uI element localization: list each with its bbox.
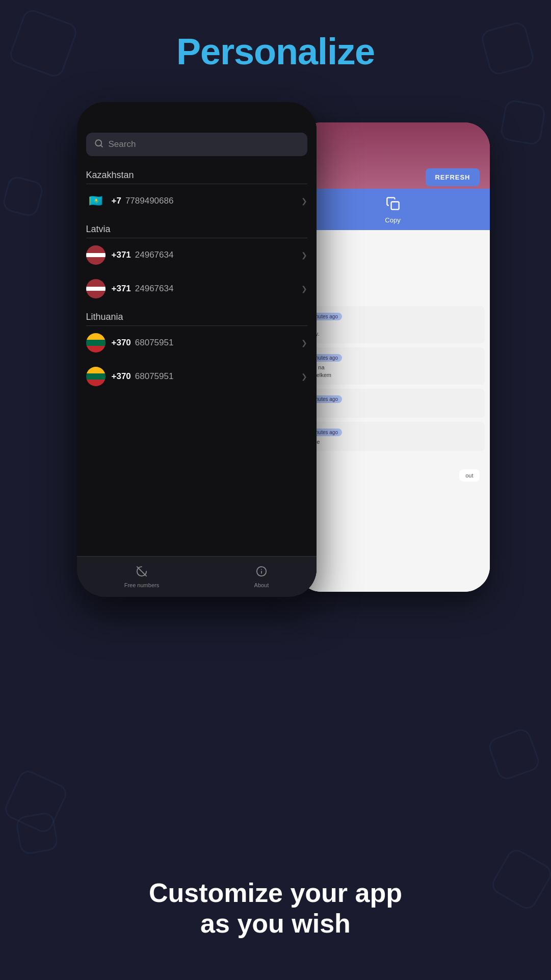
search-bar[interactable]: Search xyxy=(86,133,307,156)
message-item: minutes ago 8 xyxy=(301,389,485,418)
section-header-lithuania: Lithuania xyxy=(77,306,317,325)
chevron-right-icon: ❯ xyxy=(301,285,307,293)
subtitle-text: Customize your appas you wish xyxy=(149,878,402,938)
message-text: nique xyxy=(306,438,480,446)
refresh-button[interactable]: REFRESH xyxy=(426,168,479,186)
svg-line-2 xyxy=(100,145,102,146)
number-info: +7 7789490686 xyxy=(112,196,301,206)
nav-item-free-numbers[interactable]: Free numbers xyxy=(124,566,159,588)
number-row-lv-2[interactable]: +371 24967634 ❯ xyxy=(77,272,317,306)
number-row-lt-2[interactable]: +370 68075951 ❯ xyxy=(77,360,317,393)
message-list: minutes ago urreply. minutes ago traci n… xyxy=(301,306,485,451)
message-text: urreply. xyxy=(306,322,480,338)
section-header-latvia: Latvia xyxy=(77,218,317,238)
section-header-kazakhstan: Kazakhstan xyxy=(77,164,317,184)
phone-back: REFRESH Copy m xyxy=(296,122,490,592)
number-row-lt-1[interactable]: +370 68075951 ❯ xyxy=(77,326,317,360)
flag-kazakhstan: 🇰🇿 xyxy=(86,191,106,211)
number-info: +371 24967634 xyxy=(112,284,301,294)
phone-number: 7789490686 xyxy=(125,196,174,206)
copy-icon xyxy=(386,196,400,214)
number-info: +371 24967634 xyxy=(112,250,301,260)
phone-screen: Search Kazakhstan 🇰🇿 +7 7789490686 ❯ Lat… xyxy=(77,122,317,597)
phone-number: 24967634 xyxy=(135,284,174,294)
bottom-text: Customize your appas you wish xyxy=(0,878,551,939)
copy-label: Copy xyxy=(385,216,400,224)
message-text: 8 xyxy=(306,405,480,413)
search-icon xyxy=(94,139,103,150)
nav-label-about: About xyxy=(254,582,269,588)
chevron-right-icon: ❯ xyxy=(301,372,307,381)
country-code: +371 xyxy=(112,250,131,260)
chevron-right-icon: ❯ xyxy=(301,197,307,205)
phones-container: REFRESH Copy m xyxy=(77,102,475,612)
nav-item-about[interactable]: About xyxy=(254,566,269,588)
phone-back-content: REFRESH Copy m xyxy=(296,122,490,592)
bottom-navigation: Free numbers About xyxy=(77,556,317,597)
number-info: +370 68075951 xyxy=(112,338,301,348)
about-text: out xyxy=(459,469,479,482)
phone-notch xyxy=(164,102,230,116)
message-text: traci naus celkem xyxy=(306,364,480,380)
number-info: +370 68075951 xyxy=(112,371,301,382)
country-code: +370 xyxy=(112,338,131,348)
phone-number: 24967634 xyxy=(135,250,174,260)
free-numbers-icon xyxy=(136,566,147,580)
country-code: +7 xyxy=(112,196,121,206)
flag-lithuania-1 xyxy=(86,333,106,353)
flag-latvia-2 xyxy=(86,279,106,298)
country-code: +371 xyxy=(112,284,131,294)
message-item: minutes ago traci naus celkem xyxy=(301,347,485,385)
search-placeholder: Search xyxy=(109,139,136,149)
flag-lithuania-2 xyxy=(86,367,106,386)
chevron-right-icon: ❯ xyxy=(301,251,307,259)
about-icon xyxy=(256,566,267,580)
phone-number: 68075951 xyxy=(135,338,174,348)
number-row-kz-1[interactable]: 🇰🇿 +7 7789490686 ❯ xyxy=(77,184,317,218)
chevron-right-icon: ❯ xyxy=(301,339,307,347)
page-title: Personalize xyxy=(0,31,551,72)
flag-latvia-1 xyxy=(86,245,106,265)
phone-number: 68075951 xyxy=(135,371,174,382)
svg-rect-0 xyxy=(391,202,399,210)
message-item: minutes ago nique xyxy=(301,422,485,451)
number-row-lv-1[interactable]: +371 24967634 ❯ xyxy=(77,238,317,272)
nav-label-free-numbers: Free numbers xyxy=(124,582,159,588)
message-item: minutes ago urreply. xyxy=(301,306,485,343)
phone-front: Search Kazakhstan 🇰🇿 +7 7789490686 ❯ Lat… xyxy=(77,102,317,597)
country-code: +370 xyxy=(112,371,131,382)
